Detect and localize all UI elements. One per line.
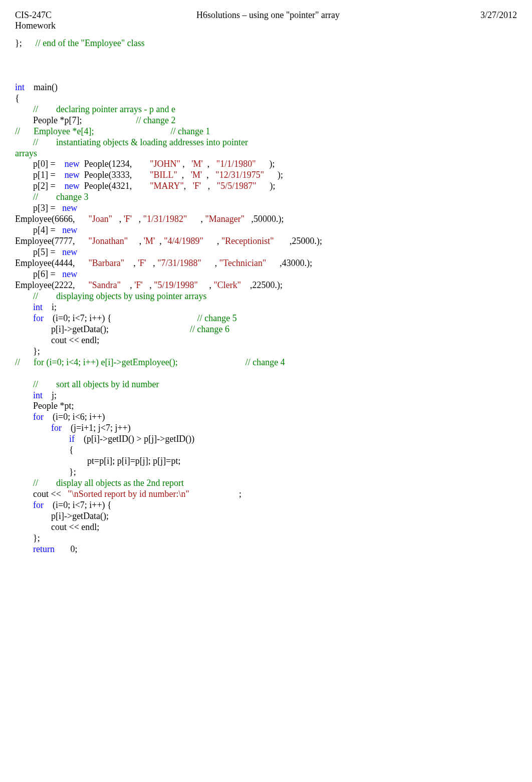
code-line: int main() xyxy=(15,82,517,93)
code-line: p[5] = new xyxy=(15,247,517,258)
code-line: // Employee *e[4]; // change 1 xyxy=(15,126,517,137)
course-code: CIS-247C xyxy=(15,10,56,21)
code-line: Employee(7777, "Jonathan" , 'M' , "4/4/1… xyxy=(15,236,517,247)
page-header: CIS-247C Homework H6solutions – using on… xyxy=(15,10,517,31)
code-line: { xyxy=(15,445,517,456)
blank-line xyxy=(15,60,517,71)
code-line: }; xyxy=(15,346,517,357)
code-line: Employee(2222, "Sandra" , 'F' , "5/19/19… xyxy=(15,280,517,291)
code-line: { xyxy=(15,93,517,104)
code-line: for (i=0; i<7; i++) { // change 5 xyxy=(15,313,517,324)
blank-line xyxy=(15,71,517,82)
code-line: }; xyxy=(15,533,517,544)
code-line: for (i=0; i<7; i++) { xyxy=(15,500,517,511)
code-listing: }; // end of the "Employee" class int ma… xyxy=(15,38,517,555)
code-line: // sort all objects by id number xyxy=(15,379,517,390)
code-line: int j; xyxy=(15,390,517,401)
page-date: 3/27/2012 xyxy=(480,10,517,21)
code-line: // change 3 xyxy=(15,192,517,203)
code-line: arrays xyxy=(15,148,517,159)
header-left: CIS-247C Homework xyxy=(15,10,56,31)
code-line: int i; xyxy=(15,302,517,313)
code-line: // instantiating objects & loading addre… xyxy=(15,137,517,148)
code-line: p[4] = new xyxy=(15,225,517,236)
code-line: p[i]->getData(); // change 6 xyxy=(15,324,517,335)
code-line: pt=p[i]; p[i]=p[j]; p[j]=pt; xyxy=(15,456,517,467)
code-line: }; // end of the "Employee" class xyxy=(15,38,517,49)
code-line: // display all objects as the 2nd report xyxy=(15,478,517,489)
code-line: Employee(4444, "Barbara" , 'F' , "7/31/1… xyxy=(15,258,517,269)
code-line: p[i]->getData(); xyxy=(15,511,517,522)
code-line: p[6] = new xyxy=(15,269,517,280)
code-line: People *p[7]; // change 2 xyxy=(15,115,517,126)
code-line: Employee(6666, "Joan" , 'F' , "1/31/1982… xyxy=(15,214,517,225)
code-line: // for (i=0; i<4; i++) e[i]->getEmployee… xyxy=(15,357,517,368)
code-line: cout << endl; xyxy=(15,522,517,533)
blank-line xyxy=(15,368,517,379)
code-line: if (p[i]->getID() > p[j]->getID()) xyxy=(15,434,517,445)
code-line: People *pt; xyxy=(15,401,517,412)
code-line: p[3] = new xyxy=(15,203,517,214)
code-line: p[2] = new People(4321, "MARY", 'F' , "5… xyxy=(15,181,517,192)
blank-line xyxy=(15,49,517,60)
page-title: H6solutions – using one "pointer" array xyxy=(196,10,340,21)
code-line: return 0; xyxy=(15,544,517,555)
code-line: for (j=i+1; j<7; j++) xyxy=(15,423,517,434)
homework-label: Homework xyxy=(15,21,56,31)
code-line: p[0] = new People(1234, "JOHN" , 'M' , "… xyxy=(15,159,517,170)
code-line: for (i=0; i<6; i++) xyxy=(15,412,517,423)
code-line: }; xyxy=(15,467,517,478)
code-line: cout << "\nSorted report by id number:\n… xyxy=(15,489,517,500)
code-line: // displaying objects by using pointer a… xyxy=(15,291,517,302)
code-line: p[1] = new People(3333, "BILL" , 'M' , "… xyxy=(15,170,517,181)
code-line: // declaring pointer arrays - p and e xyxy=(15,104,517,115)
code-line: cout << endl; xyxy=(15,335,517,346)
